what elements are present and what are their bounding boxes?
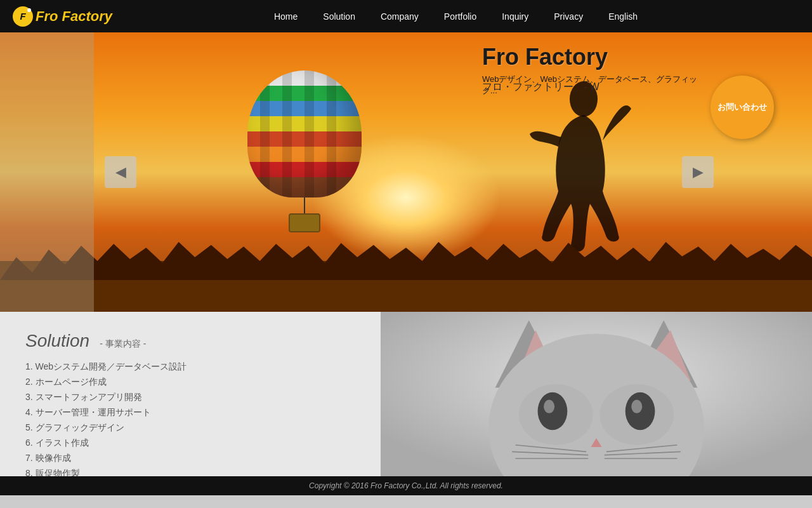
nav-company[interactable]: Company: [381, 11, 419, 22]
svg-point-11: [544, 400, 554, 413]
item-number: 2.: [25, 377, 33, 387]
item-text: サーバー管理・運用サポート: [36, 407, 151, 417]
item-number: 3.: [25, 392, 33, 402]
solution-header: Solution - 事業内容 -: [25, 331, 355, 351]
hero-arrow-right[interactable]: ▶: [682, 156, 714, 188]
hero-subtitle: Webデザイン、Webシステム、データベース、グラフィック...: [482, 74, 710, 97]
logo-dot: [27, 8, 31, 12]
item-text: スマートフォンアプリ開発: [36, 392, 142, 402]
nav-solution[interactable]: Solution: [323, 11, 355, 22]
balloon: [241, 70, 368, 236]
item-text: ホームページ作成: [36, 377, 107, 387]
balloon-basket: [289, 213, 320, 232]
solution-subtitle: - 事業内容 -: [100, 338, 146, 350]
grass-silhouette: [0, 261, 812, 312]
silhouette-svg: [520, 77, 634, 267]
item-number: 1.: [25, 361, 33, 371]
content-section: Solution - 事業内容 - 1. Webシステム開発／データベース設計 …: [0, 312, 812, 476]
list-item: 8. 販促物作製: [25, 468, 355, 476]
list-item: 3. スマートフォンアプリ開発: [25, 392, 355, 403]
footer: Copyright © 2016 Fro Factory Co.,Ltd. Al…: [0, 476, 812, 495]
silhouette: [520, 77, 634, 267]
logo-icon: F: [13, 6, 33, 27]
item-number: 7.: [25, 453, 33, 463]
list-item: 1. Webシステム開発／データベース設計: [25, 361, 355, 373]
cta-button[interactable]: お問い合わせ: [710, 76, 774, 139]
item-number: 4.: [25, 407, 33, 417]
cat-image: [381, 312, 812, 476]
item-text: グラフィックデザイン: [36, 422, 124, 432]
svg-point-12: [631, 400, 642, 413]
nav-english[interactable]: English: [608, 11, 638, 22]
logo[interactable]: F Fro Factory: [13, 6, 112, 27]
nav-portfolio[interactable]: Portfolio: [444, 11, 476, 22]
item-number: 5.: [25, 422, 33, 432]
left-arrow-icon: ◀: [115, 164, 126, 180]
logo-text: Fro Factory: [36, 8, 112, 25]
item-text: Webシステム開発／データベース設計: [36, 361, 187, 371]
solution-title: Solution: [25, 331, 89, 351]
item-text: 販促物作製: [36, 468, 80, 476]
balloon-stripe-2: [282, 70, 292, 197]
footer-copyright: Copyright © 2016 Fro Factory Co.,Ltd. Al…: [309, 481, 503, 490]
list-item: 2. ホームページ作成: [25, 377, 355, 388]
balloon-rope: [304, 197, 305, 213]
item-text: イラスト作成: [36, 438, 89, 448]
nav-home[interactable]: Home: [274, 11, 298, 22]
cat-svg: [381, 312, 812, 476]
solution-content: Solution - 事業内容 - 1. Webシステム開発／データベース設計 …: [0, 312, 381, 476]
list-item: 6. イラスト作成: [25, 438, 355, 449]
logo-fro: Fro Factory: [36, 8, 112, 24]
solution-list: 1. Webシステム開発／データベース設計 2. ホームページ作成 3. スマー…: [25, 361, 355, 476]
balloon-body: [247, 70, 362, 197]
list-item: 7. 映像作成: [25, 453, 355, 464]
balloon-stripe-3: [304, 70, 314, 197]
nav-privacy[interactable]: Privacy: [554, 11, 583, 22]
cat-image-area: [381, 312, 812, 476]
nav-links: Home Solution Company Portfolio Inquiry …: [112, 11, 799, 22]
navbar: F Fro Factory Home Solution Company Port…: [0, 0, 812, 32]
right-arrow-icon: ▶: [693, 164, 704, 180]
list-item: 5. グラフィックデザイン: [25, 422, 355, 434]
balloon-stripe-4: [327, 70, 336, 197]
hero-title-main: Fro Factory: [482, 44, 608, 70]
item-number: 6.: [25, 438, 33, 448]
item-number: 8.: [25, 468, 33, 476]
balloon-stripe-1: [260, 70, 270, 197]
nav-inquiry[interactable]: Inquiry: [502, 11, 528, 22]
item-text: 映像作成: [36, 453, 71, 463]
hero-arrow-left[interactable]: ◀: [105, 156, 136, 188]
list-item: 4. サーバー管理・運用サポート: [25, 407, 355, 418]
hero-section: ◀ ▶ Fro Factory フロ・ファクトリー - W Webデザイン、We…: [0, 32, 812, 312]
hero-left-panel: [0, 32, 94, 312]
